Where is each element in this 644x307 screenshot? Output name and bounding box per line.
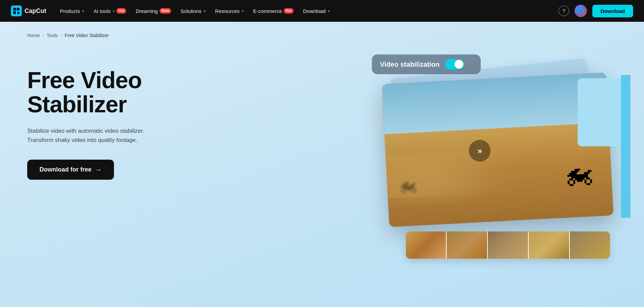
beta-badge: Beta: [160, 8, 171, 14]
logo[interactable]: CapCut: [11, 5, 46, 16]
timeline-thumb-4: [529, 231, 569, 259]
breadcrumb-current: Free Video Stabilizer: [65, 33, 109, 38]
chevron-down-icon: ▾: [113, 9, 115, 13]
page-title: Free Video Stabilizer: [27, 68, 197, 117]
breadcrumb-tools[interactable]: Tools: [47, 33, 58, 38]
download-for-free-button[interactable]: Download for free →: [27, 160, 114, 180]
svg-rect-3: [17, 12, 19, 14]
breadcrumb-separator: ›: [43, 33, 44, 38]
arrow-icon: →: [95, 166, 102, 174]
chevron-down-icon: ▾: [328, 9, 330, 13]
nav-item-resources[interactable]: Resources ▾: [211, 5, 248, 17]
breadcrumb: Home › Tools › Free Video Stabilizer: [27, 22, 617, 38]
svg-rect-0: [13, 8, 16, 11]
accent-card: [578, 78, 622, 146]
nav-items: Products ▾ AI tools ▾ Hot Dreaming Beta …: [56, 5, 558, 17]
nav-item-ecommerce[interactable]: E-commerce Hot: [249, 5, 298, 17]
nav-item-products[interactable]: Products ▾: [56, 5, 88, 17]
nav-right: ? 🌐 Download: [558, 5, 633, 17]
chevron-down-icon: ▾: [204, 9, 205, 13]
hero-section: Free Video Stabilizer Stabilize video wi…: [27, 54, 617, 180]
chevron-down-icon: ▾: [82, 9, 84, 13]
hero-visual: 🏍 🏍 » Video stabilization: [351, 48, 630, 279]
svg-rect-1: [17, 8, 19, 11]
timeline-thumb-2: [447, 231, 488, 259]
help-button[interactable]: ?: [558, 5, 569, 16]
stabilization-label: Video stabilization: [380, 61, 440, 68]
svg-rect-2: [13, 11, 16, 14]
avatar[interactable]: 🌐: [575, 5, 587, 17]
timeline-thumb-3: [488, 231, 529, 259]
timeline-thumb-1: [406, 231, 447, 259]
toggle-knob: [455, 60, 463, 69]
breadcrumb-home[interactable]: Home: [27, 33, 40, 38]
hot-badge: Hot: [284, 8, 294, 14]
nav-item-dreaming[interactable]: Dreaming Beta: [132, 5, 175, 17]
logo-text: CapCut: [24, 7, 46, 15]
chevron-down-icon: ▾: [242, 9, 244, 13]
hot-badge: Hot: [116, 8, 126, 14]
stabilization-toggle[interactable]: [445, 59, 464, 69]
nav-item-ai-tools[interactable]: AI tools ▾ Hot: [89, 5, 130, 17]
nav-item-solutions[interactable]: Solutions ▾: [177, 5, 210, 17]
timeline-strip: [406, 231, 610, 259]
nav-item-download[interactable]: Download ▾: [299, 5, 334, 17]
hero-left: Free Video Stabilizer Stabilize video wi…: [27, 54, 197, 180]
main-content: Home › Tools › Free Video Stabilizer Fre…: [0, 22, 644, 307]
logo-icon: [11, 5, 22, 16]
stabilization-pill: Video stabilization: [372, 54, 481, 74]
breadcrumb-separator: ›: [61, 33, 62, 38]
timeline-thumb-5: [570, 231, 610, 259]
right-accent-bar: [621, 75, 630, 218]
navigation: CapCut Products ▾ AI tools ▾ Hot Dreamin…: [0, 0, 644, 22]
hero-subtitle: Stabilize video with automatic video sta…: [27, 126, 170, 145]
nav-download-button[interactable]: Download: [592, 5, 633, 17]
